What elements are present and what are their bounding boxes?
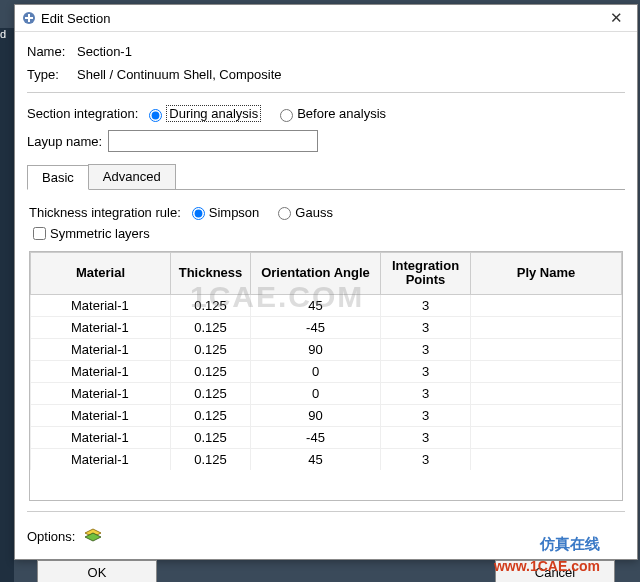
cell-orientation[interactable]: -45: [251, 426, 381, 448]
gauss-radio-input[interactable]: [278, 207, 291, 220]
type-label: Type:: [27, 67, 77, 82]
options-label: Options:: [27, 529, 75, 544]
cell-orientation[interactable]: 45: [251, 448, 381, 470]
col-ply: Ply Name: [471, 253, 622, 295]
col-points: Integration Points: [381, 253, 471, 295]
name-value: Section-1: [77, 44, 132, 59]
name-row: Name: Section-1: [27, 44, 625, 59]
layers-table[interactable]: Material Thickness Orientation Angle Int…: [30, 252, 622, 470]
simpson-radio[interactable]: Simpson: [187, 204, 260, 220]
section-integration-label: Section integration:: [27, 106, 138, 121]
cell-points[interactable]: 3: [381, 360, 471, 382]
ply-stack-icon[interactable]: [83, 526, 103, 546]
type-value: Shell / Continuum Shell, Composite: [77, 67, 282, 82]
before-analysis-radio-label: Before analysis: [297, 106, 386, 121]
background-panel: d: [0, 28, 14, 582]
cell-points[interactable]: 3: [381, 294, 471, 316]
close-button[interactable]: ✕: [601, 9, 631, 27]
cell-thickness[interactable]: 0.125: [171, 426, 251, 448]
cell-material[interactable]: Material-1: [31, 360, 171, 382]
cell-orientation[interactable]: 45: [251, 294, 381, 316]
cell-material[interactable]: Material-1: [31, 338, 171, 360]
symmetric-layers-checkbox[interactable]: Symmetric layers: [29, 224, 150, 243]
left-strip-letter: d: [0, 28, 6, 40]
cell-orientation[interactable]: 0: [251, 360, 381, 382]
table-row[interactable]: Material-10.125453: [31, 448, 622, 470]
table-row[interactable]: Material-10.125-453: [31, 316, 622, 338]
table-row[interactable]: Material-10.12503: [31, 382, 622, 404]
layup-name-label: Layup name:: [27, 134, 102, 149]
before-analysis-radio[interactable]: Before analysis: [275, 106, 386, 122]
dialog-buttons: OK Cancel: [27, 556, 625, 582]
options-row: Options:: [27, 520, 625, 556]
table-row[interactable]: Material-10.125903: [31, 404, 622, 426]
tab-advanced[interactable]: Advanced: [88, 164, 176, 189]
cell-orientation[interactable]: 90: [251, 338, 381, 360]
cell-thickness[interactable]: 0.125: [171, 338, 251, 360]
cell-points[interactable]: 3: [381, 404, 471, 426]
before-analysis-radio-input[interactable]: [280, 109, 293, 122]
cell-thickness[interactable]: 0.125: [171, 448, 251, 470]
symmetric-row: Symmetric layers: [29, 224, 623, 243]
edit-section-dialog: Edit Section ✕ Name: Section-1 Type: She…: [14, 4, 638, 560]
cell-thickness[interactable]: 0.125: [171, 404, 251, 426]
cell-points[interactable]: 3: [381, 316, 471, 338]
symmetric-layers-label: Symmetric layers: [50, 226, 150, 241]
cancel-button[interactable]: Cancel: [495, 560, 615, 582]
cell-ply[interactable]: [471, 338, 622, 360]
cell-points[interactable]: 3: [381, 426, 471, 448]
cell-ply[interactable]: [471, 426, 622, 448]
cell-ply[interactable]: [471, 294, 622, 316]
layup-name-input[interactable]: [108, 130, 318, 152]
cell-material[interactable]: Material-1: [31, 448, 171, 470]
col-material: Material: [31, 253, 171, 295]
cell-material[interactable]: Material-1: [31, 426, 171, 448]
cell-material[interactable]: Material-1: [31, 382, 171, 404]
cell-ply[interactable]: [471, 448, 622, 470]
app-icon: [21, 10, 37, 26]
cell-orientation[interactable]: 90: [251, 404, 381, 426]
symmetric-layers-checkbox-input[interactable]: [33, 227, 46, 240]
name-label: Name:: [27, 44, 77, 59]
cell-material[interactable]: Material-1: [31, 316, 171, 338]
col-thickness: Thickness: [171, 253, 251, 295]
layup-name-row: Layup name:: [27, 130, 625, 152]
gauss-radio[interactable]: Gauss: [273, 204, 333, 220]
table-row[interactable]: Material-10.125453: [31, 294, 622, 316]
gauss-radio-label: Gauss: [295, 205, 333, 220]
cell-thickness[interactable]: 0.125: [171, 316, 251, 338]
cell-material[interactable]: Material-1: [31, 404, 171, 426]
simpson-radio-label: Simpson: [209, 205, 260, 220]
cell-orientation[interactable]: -45: [251, 316, 381, 338]
tab-basic[interactable]: Basic: [27, 165, 89, 190]
simpson-radio-input[interactable]: [192, 207, 205, 220]
svg-rect-2: [28, 14, 30, 22]
cell-thickness[interactable]: 0.125: [171, 382, 251, 404]
thickness-rule-row: Thickness integration rule: Simpson Gaus…: [29, 204, 623, 220]
cell-thickness[interactable]: 0.125: [171, 294, 251, 316]
ok-button[interactable]: OK: [37, 560, 157, 582]
table-row[interactable]: Material-10.12503: [31, 360, 622, 382]
table-row[interactable]: Material-10.125-453: [31, 426, 622, 448]
table-row[interactable]: Material-10.125903: [31, 338, 622, 360]
cell-ply[interactable]: [471, 316, 622, 338]
cell-ply[interactable]: [471, 404, 622, 426]
cell-orientation[interactable]: 0: [251, 382, 381, 404]
cell-ply[interactable]: [471, 360, 622, 382]
tab-body-basic: Thickness integration rule: Simpson Gaus…: [27, 190, 625, 505]
layers-table-wrap: Material Thickness Orientation Angle Int…: [29, 251, 623, 501]
cell-points[interactable]: 3: [381, 382, 471, 404]
section-integration-row: Section integration: During analysis Bef…: [27, 105, 625, 122]
cell-material[interactable]: Material-1: [31, 294, 171, 316]
type-row: Type: Shell / Continuum Shell, Composite: [27, 67, 625, 82]
cell-thickness[interactable]: 0.125: [171, 360, 251, 382]
cell-points[interactable]: 3: [381, 448, 471, 470]
col-orientation: Orientation Angle: [251, 253, 381, 295]
during-analysis-radio[interactable]: During analysis: [144, 105, 261, 122]
dialog-content: Name: Section-1 Type: Shell / Continuum …: [15, 32, 637, 582]
during-analysis-radio-input[interactable]: [149, 109, 162, 122]
cell-points[interactable]: 3: [381, 338, 471, 360]
thickness-rule-label: Thickness integration rule:: [29, 205, 181, 220]
cell-ply[interactable]: [471, 382, 622, 404]
titlebar: Edit Section ✕: [15, 5, 637, 32]
